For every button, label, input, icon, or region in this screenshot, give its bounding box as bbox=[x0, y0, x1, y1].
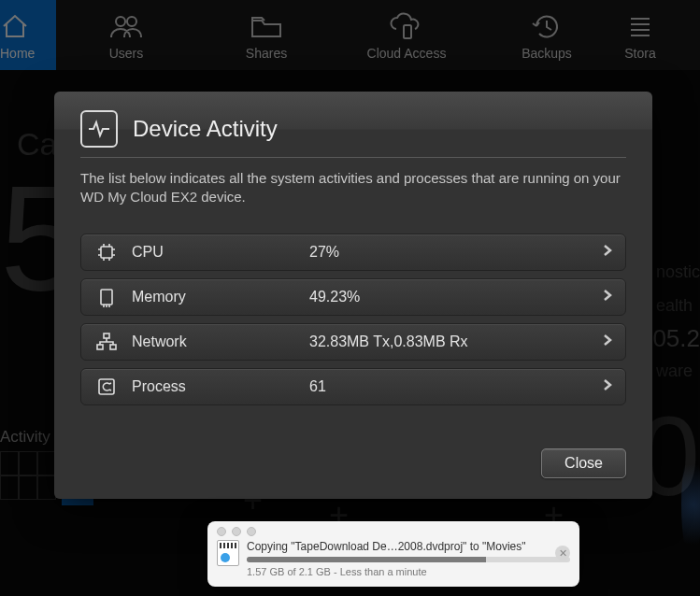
stat-row-cpu[interactable]: CPU 27% bbox=[80, 234, 626, 271]
stat-row-memory[interactable]: Memory 49.23% bbox=[80, 278, 626, 316]
chevron-right-icon bbox=[603, 244, 612, 261]
stat-label: Process bbox=[132, 378, 309, 395]
svg-rect-6 bbox=[97, 345, 103, 349]
window-traffic-lights[interactable] bbox=[217, 527, 570, 536]
stat-row-network[interactable]: Network 32.83MB Tx,0.83MB Rx bbox=[80, 323, 626, 361]
stat-label: Memory bbox=[132, 289, 309, 305]
copy-title: Copying "TapeDownload De…2008.dvdproj" t… bbox=[247, 540, 570, 553]
svg-rect-4 bbox=[101, 290, 112, 305]
traffic-minimize[interactable] bbox=[232, 527, 241, 536]
copy-subtext: 1.57 GB of 2.1 GB - Less than a minute bbox=[247, 566, 570, 577]
svg-rect-8 bbox=[99, 379, 114, 394]
network-icon bbox=[94, 333, 119, 351]
file-icon bbox=[217, 540, 239, 566]
cpu-icon bbox=[94, 242, 119, 263]
chevron-right-icon bbox=[603, 333, 612, 350]
close-button[interactable]: Close bbox=[541, 448, 626, 478]
svg-rect-5 bbox=[104, 333, 109, 338]
modal-description: The list below indicates all the system … bbox=[80, 157, 626, 207]
copy-progress-bar bbox=[247, 557, 486, 562]
stat-list: CPU 27% Memory 49.23% Network 32.83MB Tx… bbox=[80, 234, 626, 405]
process-icon bbox=[94, 376, 119, 397]
device-activity-modal: Device Activity The list below indicates… bbox=[54, 92, 652, 499]
finder-copy-window[interactable]: Copying "TapeDownload De…2008.dvdproj" t… bbox=[207, 521, 579, 587]
traffic-close[interactable] bbox=[217, 527, 226, 536]
stat-value: 61 bbox=[309, 378, 603, 395]
modal-title: Device Activity bbox=[133, 116, 278, 142]
copy-progress-track bbox=[247, 557, 570, 562]
chevron-right-icon bbox=[603, 289, 612, 305]
svg-rect-7 bbox=[110, 345, 116, 349]
modal-footer: Close bbox=[80, 448, 626, 478]
stat-row-process[interactable]: Process 61 bbox=[80, 368, 626, 405]
stat-value: 27% bbox=[309, 244, 603, 261]
activity-icon bbox=[80, 110, 118, 148]
svg-rect-3 bbox=[101, 247, 112, 258]
chevron-right-icon bbox=[603, 378, 612, 395]
modal-header: Device Activity bbox=[80, 110, 626, 148]
stat-label: CPU bbox=[132, 244, 309, 261]
stat-label: Network bbox=[132, 333, 309, 350]
memory-icon bbox=[94, 287, 119, 307]
cancel-copy-button[interactable]: ✕ bbox=[555, 546, 570, 561]
stat-value: 32.83MB Tx,0.83MB Rx bbox=[309, 333, 603, 350]
stat-value: 49.23% bbox=[309, 289, 603, 305]
traffic-zoom[interactable] bbox=[247, 527, 256, 536]
